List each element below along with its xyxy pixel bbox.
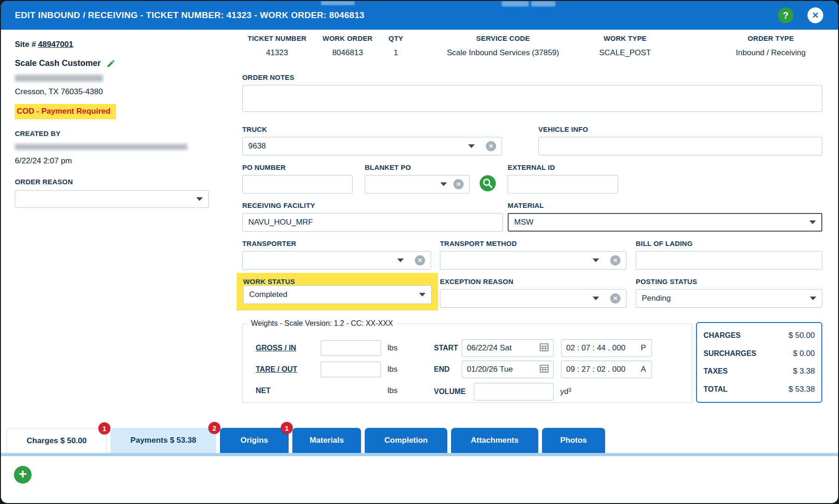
- transporter-select[interactable]: ✕: [242, 251, 431, 270]
- gross-in-input[interactable]: [321, 340, 381, 356]
- tare-out-input[interactable]: [321, 362, 381, 377]
- total-row: TOTAL $ 53.38: [703, 381, 815, 398]
- calendar-icon[interactable]: [540, 364, 549, 375]
- chevron-down-icon: [397, 258, 404, 262]
- receiving-facility-input[interactable]: [242, 213, 503, 232]
- tab-attachments[interactable]: Attachments: [451, 428, 538, 453]
- tab-materials[interactable]: Materials: [292, 428, 361, 453]
- order-type-label: ORDER TYPE: [719, 34, 822, 42]
- clear-transporter-icon[interactable]: ✕: [415, 255, 425, 265]
- tab-photos[interactable]: Photos: [542, 428, 605, 453]
- transport-method-select[interactable]: ✕: [440, 251, 626, 270]
- redacted-header-item: [502, 1, 529, 6]
- order-notes-group: ORDER NOTES: [242, 73, 822, 114]
- order-notes-label: ORDER NOTES: [242, 73, 822, 81]
- start-time-input[interactable]: 02 : 07 : 44 . 000 P: [561, 339, 652, 357]
- external-id-input[interactable]: [508, 175, 618, 194]
- ticket-number-label: TICKET NUMBER: [242, 34, 312, 42]
- truck-group: TRUCK 9638 ✕: [242, 125, 502, 155]
- chevron-down-icon: [810, 297, 816, 300]
- tab-charges[interactable]: Charges $ 50.00 1: [6, 428, 107, 453]
- blanket-po-group: BLANKET PO ✕: [365, 163, 470, 194]
- chevron-down-icon: [196, 197, 203, 201]
- end-date-input[interactable]: 01/20/26 Tue: [462, 361, 554, 378]
- material-label: MATERIAL: [508, 201, 822, 209]
- charges-row: CHARGES $ 50.00: [703, 327, 815, 344]
- tab-charges-label: Charges $ 50.00: [26, 436, 86, 446]
- bill-of-lading-label: BILL OF LADING: [636, 239, 822, 247]
- material-value: MSW: [514, 218, 534, 227]
- truck-label: TRUCK: [242, 125, 502, 133]
- order-reason-select[interactable]: [15, 190, 209, 208]
- truck-value: 9638: [248, 142, 266, 151]
- exception-reason-select[interactable]: ✕: [440, 289, 626, 308]
- chevron-down-icon: [593, 297, 599, 300]
- vehicle-info-input[interactable]: [538, 137, 822, 155]
- clear-exception-reason-icon[interactable]: ✕: [610, 293, 620, 304]
- net-unit: lbs: [387, 382, 398, 399]
- customer-city: Cresson, TX 76035-4380: [15, 87, 231, 97]
- work-order-label: WORK ORDER: [317, 34, 378, 42]
- blanket-po-select[interactable]: ✕: [365, 175, 470, 194]
- transporter-group: TRANSPORTER ✕: [242, 239, 431, 270]
- tare-out-label: TARE / OUT: [256, 361, 297, 378]
- end-time-input[interactable]: 09 : 27 : 02 . 000 A: [561, 361, 652, 378]
- po-number-label: PO NUMBER: [242, 163, 353, 171]
- external-id-group: EXTERNAL ID: [508, 163, 618, 194]
- dialog-title: EDIT INBOUND / RECEIVING - TICKET NUMBER…: [15, 10, 364, 20]
- help-button[interactable]: ?: [778, 7, 794, 23]
- service-code-label: SERVICE CODE: [424, 34, 582, 42]
- external-id-label: EXTERNAL ID: [508, 163, 618, 171]
- tab-completion-label: Completion: [384, 436, 428, 445]
- edit-customer-pencil-icon[interactable]: [106, 59, 116, 68]
- summary-qty: QTY 1: [381, 34, 410, 58]
- summary-ticket-number: TICKET NUMBER 41323: [242, 34, 312, 58]
- search-blanket-po-icon[interactable]: [479, 174, 497, 192]
- chevron-down-icon: [593, 258, 599, 262]
- work-status-select[interactable]: Completed: [243, 285, 432, 304]
- qty-value: 1: [381, 48, 410, 58]
- tab-bar: Charges $ 50.00 1 Payments $ 53.38 2 Ori…: [6, 428, 605, 453]
- qty-label: QTY: [381, 34, 410, 42]
- charges-label: CHARGES: [703, 331, 741, 340]
- tab-origins-badge: 1: [281, 422, 293, 434]
- tab-completion[interactable]: Completion: [365, 428, 447, 453]
- site-number-line: Site # 48947001: [15, 40, 231, 49]
- posting-status-select[interactable]: Pending: [636, 289, 822, 308]
- bill-of-lading-input[interactable]: [636, 251, 822, 270]
- tab-payments-badge: 2: [208, 422, 220, 434]
- site-number-link[interactable]: 48947001: [38, 40, 73, 49]
- charges-summary-box: CHARGES $ 50.00 SURCHARGES $ 0.00 TAXES …: [696, 322, 822, 403]
- chevron-down-icon: [809, 220, 816, 224]
- exception-reason-label: EXCEPTION REASON: [440, 278, 626, 285]
- chevron-down-icon: [419, 293, 426, 297]
- clear-truck-icon[interactable]: ✕: [486, 141, 496, 151]
- po-number-input[interactable]: [242, 175, 353, 194]
- start-date-input[interactable]: 06/22/24 Sat: [462, 339, 554, 357]
- site-label: Site #: [15, 40, 36, 49]
- posting-status-group: POSTING STATUS Pending: [636, 278, 822, 308]
- truck-select[interactable]: 9638 ✕: [242, 137, 502, 155]
- end-time-value: 09 : 27 : 02 . 000: [566, 365, 626, 374]
- tab-origins[interactable]: Origins 1: [220, 428, 289, 453]
- chevron-down-icon: [440, 182, 447, 186]
- gross-in-label: GROSS / IN: [256, 340, 296, 356]
- order-notes-input[interactable]: [242, 85, 822, 112]
- calendar-icon[interactable]: [540, 343, 549, 354]
- posting-status-value: Pending: [642, 294, 671, 303]
- clear-blanket-po-icon[interactable]: ✕: [453, 179, 464, 189]
- material-select[interactable]: MSW: [508, 213, 822, 232]
- bill-of-lading-group: BILL OF LADING: [636, 239, 822, 270]
- close-icon[interactable]: ✕: [807, 7, 823, 23]
- work-status-label: WORK STATUS: [243, 278, 432, 285]
- chevron-down-icon: [468, 144, 475, 148]
- tab-payments[interactable]: Payments $ 53.38 2: [110, 428, 216, 453]
- customer-panel: Site # 48947001 Scale Cash Customer Cres…: [15, 40, 231, 208]
- surcharges-row: SURCHARGES $ 0.00: [703, 345, 815, 362]
- start-label: START: [434, 340, 458, 356]
- volume-input[interactable]: [474, 383, 554, 401]
- clear-transport-method-icon[interactable]: ✕: [610, 255, 620, 265]
- volume-unit: yd³: [560, 383, 571, 400]
- total-label: TOTAL: [703, 385, 728, 394]
- add-payment-button[interactable]: +: [14, 466, 32, 484]
